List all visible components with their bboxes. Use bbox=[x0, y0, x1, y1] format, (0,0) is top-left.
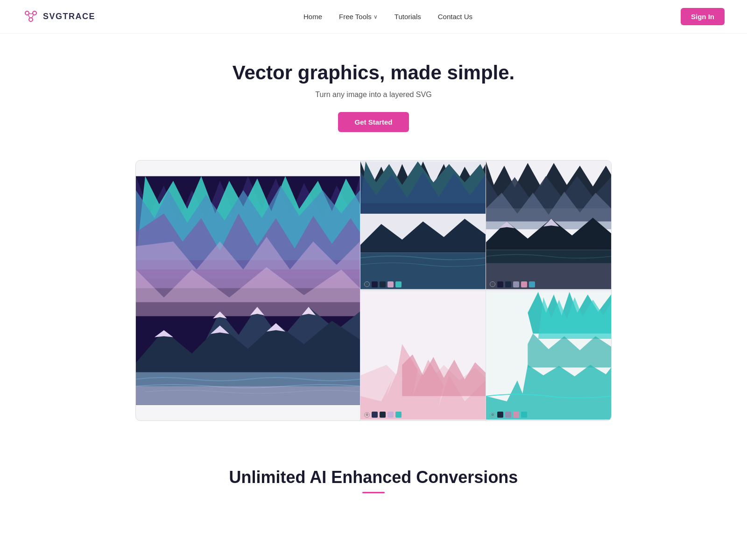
traced-svg-4 bbox=[486, 291, 611, 421]
svg-point-1 bbox=[33, 11, 36, 15]
traced-svg-1 bbox=[360, 161, 486, 290]
swatch-2-5[interactable] bbox=[529, 281, 535, 287]
svg-point-2 bbox=[29, 18, 33, 21]
logo-text: SVGTRACE bbox=[43, 12, 95, 21]
demo-grid: ⚙ bbox=[360, 161, 611, 420]
bottom-heading: Unlimited AI Enhanced Conversions bbox=[9, 468, 738, 487]
swatch-3-2[interactable] bbox=[380, 412, 386, 418]
swatch-2-1[interactable] bbox=[497, 281, 503, 287]
traced-svg-2 bbox=[486, 161, 611, 290]
swatch-bar-3: ⚙ bbox=[364, 412, 402, 418]
demo-container: ⚙ bbox=[135, 160, 612, 421]
get-started-button[interactable]: Get Started bbox=[338, 112, 409, 132]
settings-icon-2[interactable]: ⚙ bbox=[490, 281, 495, 287]
bottom-section: Unlimited AI Enhanced Conversions bbox=[0, 440, 747, 512]
demo-cell-2: ⚙ bbox=[486, 161, 611, 291]
swatch-1-3[interactable] bbox=[388, 281, 394, 287]
logo-icon bbox=[22, 8, 39, 25]
settings-icon-1[interactable]: ⚙ bbox=[364, 281, 370, 287]
swatch-4-2[interactable] bbox=[505, 412, 511, 418]
signin-button[interactable]: Sign In bbox=[681, 8, 725, 25]
hero-subheading: Turn any image into a layered SVG bbox=[9, 91, 738, 99]
swatch-4-3[interactable] bbox=[513, 412, 519, 418]
swatch-4-1[interactable] bbox=[497, 412, 503, 418]
demo-cell-1: ⚙ bbox=[360, 161, 486, 291]
nav-contact-us[interactable]: Contact Us bbox=[438, 13, 472, 21]
traced-svg-3 bbox=[360, 291, 486, 421]
swatch-1-4[interactable] bbox=[395, 281, 402, 287]
nav-tutorials[interactable]: Tutorials bbox=[395, 13, 421, 21]
hero-heading: Vector graphics, made simple. bbox=[9, 62, 738, 84]
hero-section: Vector graphics, made simple. Turn any i… bbox=[0, 34, 747, 151]
svg-line-5 bbox=[32, 14, 34, 18]
nav-free-tools[interactable]: Free Tools bbox=[339, 13, 378, 21]
nav-links: Home Free Tools Tutorials Contact Us bbox=[303, 13, 472, 21]
demo-main-image bbox=[136, 161, 360, 420]
swatch-bar-4: ⚙ bbox=[490, 412, 527, 418]
swatch-1-2[interactable] bbox=[380, 281, 386, 287]
logo-link[interactable]: SVGTRACE bbox=[22, 8, 95, 25]
svg-rect-23 bbox=[136, 386, 360, 405]
svg-point-0 bbox=[25, 11, 29, 15]
settings-icon-3[interactable]: ⚙ bbox=[364, 412, 370, 418]
swatch-2-4[interactable] bbox=[521, 281, 527, 287]
swatch-3-3[interactable] bbox=[388, 412, 394, 418]
swatch-2-2[interactable] bbox=[505, 281, 511, 287]
settings-icon-4[interactable]: ⚙ bbox=[490, 412, 495, 418]
nav-home[interactable]: Home bbox=[303, 13, 322, 21]
bottom-underline bbox=[362, 492, 385, 493]
demo-cell-3: ⚙ bbox=[360, 291, 486, 421]
aurora-svg-main bbox=[136, 161, 360, 420]
swatch-2-3[interactable] bbox=[513, 281, 519, 287]
swatch-3-4[interactable] bbox=[395, 412, 402, 418]
swatch-bar-2: ⚙ bbox=[490, 281, 535, 287]
swatch-1-1[interactable] bbox=[372, 281, 378, 287]
swatch-3-1[interactable] bbox=[372, 412, 378, 418]
navbar: SVGTRACE Home Free Tools Tutorials Conta… bbox=[0, 0, 747, 34]
demo-cell-4: ⚙ bbox=[486, 291, 611, 421]
swatch-bar-1: ⚙ bbox=[364, 281, 402, 287]
swatch-4-4[interactable] bbox=[521, 412, 527, 418]
svg-line-4 bbox=[28, 14, 30, 18]
